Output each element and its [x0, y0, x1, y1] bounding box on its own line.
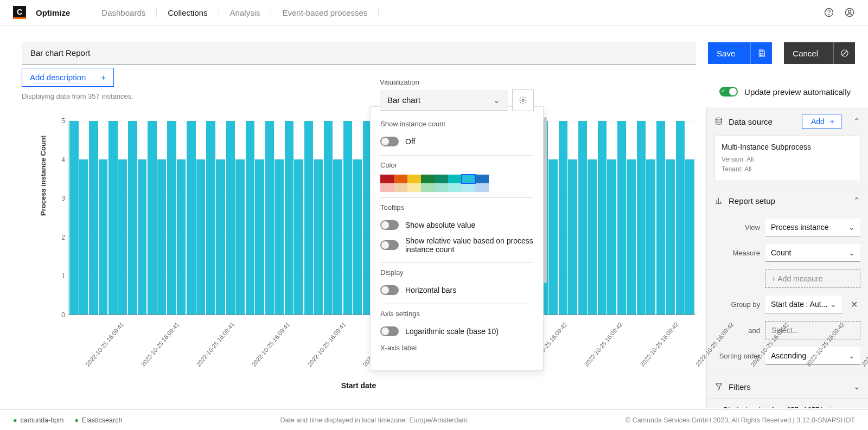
data-source-card[interactable]: Multi-Instance Subprocess Version: All T… — [714, 136, 860, 181]
bar[interactable] — [148, 121, 157, 315]
view-select[interactable]: Process instance ⌄ — [765, 219, 860, 236]
bar-group[interactable] — [265, 121, 284, 315]
popover-scrollbar[interactable] — [544, 117, 547, 283]
color-swatch[interactable] — [421, 183, 435, 192]
bar[interactable] — [676, 121, 685, 315]
group-by-select[interactable]: Start date : Aut... ⌄ — [765, 296, 842, 313]
bar[interactable] — [578, 121, 588, 315]
bar[interactable] — [167, 121, 176, 315]
nav-dashboards[interactable]: Dashboards — [91, 8, 157, 17]
bar-group[interactable] — [206, 121, 225, 315]
bar-group[interactable] — [676, 121, 694, 315]
bar-group[interactable] — [637, 121, 655, 315]
log-scale-toggle[interactable] — [380, 326, 399, 336]
color-swatch[interactable] — [462, 183, 475, 192]
bar[interactable] — [588, 159, 597, 315]
bar[interactable] — [108, 121, 118, 315]
bar[interactable] — [285, 121, 294, 315]
color-swatch[interactable] — [380, 175, 394, 183]
bar[interactable] — [666, 159, 675, 315]
cancel-button[interactable]: Cancel — [784, 42, 855, 64]
bar[interactable] — [627, 159, 636, 315]
bar[interactable] — [607, 159, 616, 315]
bar[interactable] — [235, 159, 245, 315]
bar[interactable] — [324, 121, 333, 315]
bar-group[interactable] — [69, 121, 88, 315]
add-measure-button[interactable]: + Add measure — [765, 269, 860, 288]
bar[interactable] — [196, 159, 206, 315]
color-swatch[interactable] — [394, 183, 407, 192]
bar[interactable] — [157, 159, 167, 315]
bar-group[interactable] — [108, 121, 127, 315]
horizontal-bars-toggle[interactable] — [380, 285, 399, 295]
color-swatch[interactable] — [462, 175, 475, 183]
bar[interactable] — [568, 159, 577, 315]
bar[interactable] — [79, 159, 88, 315]
bar-group[interactable] — [304, 121, 323, 315]
bar-group[interactable] — [617, 121, 636, 315]
bar-group[interactable] — [343, 121, 362, 315]
bar-group[interactable] — [598, 121, 616, 315]
save-dropdown-icon[interactable] — [750, 42, 772, 64]
bar-group[interactable] — [246, 121, 264, 315]
bar[interactable] — [275, 159, 284, 315]
clear-group-by-button[interactable]: ✕ — [847, 299, 860, 310]
bar[interactable] — [304, 121, 314, 315]
add-description-button[interactable]: Add description + — [22, 68, 114, 87]
bar[interactable] — [99, 159, 108, 315]
bar[interactable] — [118, 159, 127, 315]
color-swatch[interactable] — [435, 183, 448, 192]
show-absolute-toggle[interactable] — [380, 220, 399, 230]
bar[interactable] — [246, 121, 255, 315]
visualization-settings-button[interactable] — [512, 89, 534, 111]
report-title-input[interactable]: Bar chart Report — [22, 42, 696, 65]
bar-group[interactable] — [128, 121, 146, 315]
bar[interactable] — [69, 121, 79, 315]
bar[interactable] — [646, 159, 655, 315]
bar[interactable] — [314, 159, 323, 315]
bar-group[interactable] — [167, 121, 186, 315]
bar[interactable] — [617, 121, 627, 315]
chevron-up-icon[interactable]: ⌃ — [853, 117, 860, 126]
help-icon[interactable] — [824, 7, 834, 18]
auto-preview-toggle[interactable]: ✓ — [719, 87, 738, 97]
color-swatch[interactable] — [435, 175, 448, 183]
bar[interactable] — [255, 159, 264, 315]
measure-select[interactable]: Count ⌄ — [765, 244, 860, 262]
bar[interactable] — [187, 121, 196, 315]
bar[interactable] — [89, 121, 98, 315]
color-swatch[interactable] — [475, 183, 489, 192]
bar-group[interactable] — [148, 121, 166, 315]
nav-collections[interactable]: Collections — [157, 8, 219, 17]
bar[interactable] — [216, 159, 225, 315]
color-swatch[interactable] — [448, 175, 462, 183]
report-setup-header[interactable]: Report setup ⌃ — [707, 189, 868, 212]
bar-group[interactable] — [226, 121, 245, 315]
bar[interactable] — [226, 121, 235, 315]
bar[interactable] — [265, 121, 275, 315]
visualization-select[interactable]: Bar chart ⌄ — [380, 89, 508, 111]
bar[interactable] — [685, 159, 694, 315]
color-swatch[interactable] — [394, 175, 407, 183]
bar[interactable] — [637, 121, 646, 315]
show-instance-count-toggle[interactable] — [380, 137, 399, 146]
nav-analysis[interactable]: Analysis — [219, 8, 272, 17]
add-data-source-button[interactable]: Add + — [802, 114, 841, 129]
bar[interactable] — [138, 159, 147, 315]
bar[interactable] — [206, 121, 215, 315]
nav-event-processes[interactable]: Event-based processes — [271, 8, 379, 17]
color-swatch[interactable] — [475, 175, 489, 183]
bar[interactable] — [177, 159, 186, 315]
bar[interactable] — [656, 121, 666, 315]
bar[interactable] — [559, 121, 568, 315]
data-source-header[interactable]: Data source Add + ⌃ — [707, 107, 868, 136]
bar-group[interactable] — [89, 121, 107, 315]
chevron-up-icon[interactable]: ⌃ — [853, 196, 860, 206]
color-swatch[interactable] — [407, 175, 421, 183]
color-swatch[interactable] — [380, 183, 394, 192]
user-icon[interactable] — [844, 7, 855, 18]
bar[interactable] — [598, 121, 607, 315]
bar-group[interactable] — [285, 121, 303, 315]
bar[interactable] — [128, 121, 137, 315]
bar-group[interactable] — [187, 121, 205, 315]
